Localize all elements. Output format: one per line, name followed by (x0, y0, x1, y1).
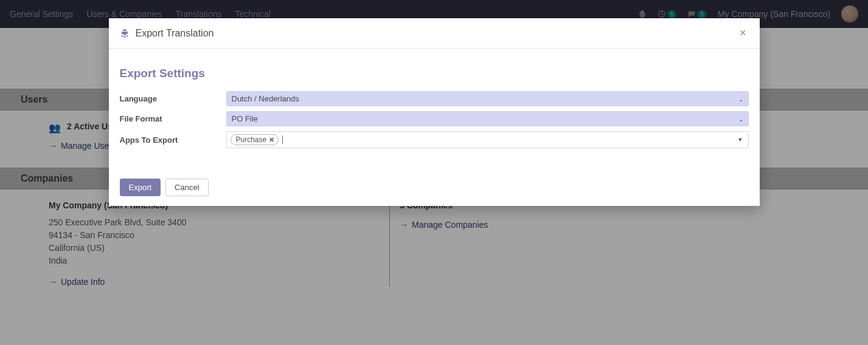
chevron-down-icon: ⌄ (738, 95, 743, 102)
file-format-value: PO File (232, 114, 258, 123)
close-button[interactable]: × (737, 27, 749, 39)
text-cursor (282, 135, 283, 144)
cancel-button[interactable]: Cancel (165, 179, 208, 196)
caret-down-icon[interactable]: ▼ (738, 137, 743, 143)
language-value: Dutch / Nederlands (232, 94, 299, 103)
language-label: Language (120, 94, 226, 103)
file-format-label: File Format (120, 114, 226, 123)
export-button[interactable]: Export (120, 179, 161, 196)
bug-icon (120, 29, 130, 38)
tag-label: Purchase (236, 135, 267, 144)
language-select[interactable]: Dutch / Nederlands ⌄ (226, 91, 749, 106)
export-settings-heading: Export Settings (120, 67, 749, 80)
chevron-down-icon: ⌄ (738, 115, 743, 122)
apps-to-export-input[interactable]: Purchase ✕ ▼ (226, 131, 749, 148)
tag-remove-icon[interactable]: ✕ (269, 136, 274, 144)
tag-purchase: Purchase ✕ (231, 134, 279, 145)
modal-title: Export Translation (136, 28, 214, 39)
apps-to-export-label: Apps To Export (120, 135, 226, 145)
export-translation-modal: Export Translation × Export Settings Lan… (109, 18, 760, 206)
file-format-select[interactable]: PO File ⌄ (226, 111, 749, 126)
